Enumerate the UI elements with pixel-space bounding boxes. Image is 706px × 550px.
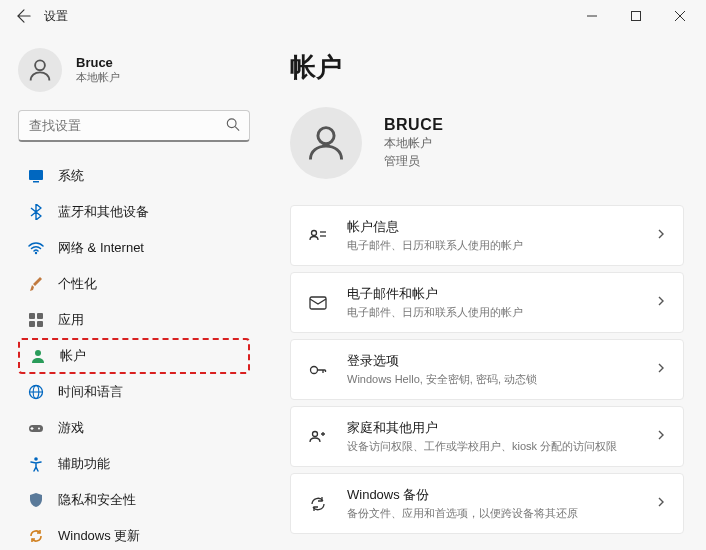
nav-label: 游戏 [58,419,84,437]
svg-point-17 [38,428,40,430]
nav-personalization[interactable]: 个性化 [18,266,250,302]
nav-time-language[interactable]: 时间和语言 [18,374,250,410]
svg-point-18 [34,457,38,461]
wifi-icon [28,240,44,256]
titlebar: 设置 [0,0,706,32]
nav-label: Windows 更新 [58,527,140,545]
profile-subtitle: 本地帐户 [76,70,120,85]
shield-icon [28,492,44,508]
person-icon [30,348,46,364]
search-box [18,110,250,142]
nav-label: 蓝牙和其他设备 [58,203,149,221]
svg-rect-5 [29,170,43,180]
chevron-right-icon [655,295,667,310]
svg-point-19 [318,128,334,144]
nav-label: 帐户 [60,347,86,365]
main-content: 帐户 BRUCE 本地帐户 管理员 帐户信息 电子邮件、日历和联系人使用的帐户 … [260,32,706,550]
avatar-icon [18,48,62,92]
avatar-large-icon [290,107,362,179]
nav-accounts[interactable]: 帐户 [18,338,250,374]
chevron-right-icon [655,496,667,511]
nav-apps[interactable]: 应用 [18,302,250,338]
chevron-right-icon [655,228,667,243]
mail-icon [307,292,329,314]
people-plus-icon [307,426,329,448]
card-family-users[interactable]: 家庭和其他用户 设备访问权限、工作或学校用户、kiosk 分配的访问权限 [290,406,684,467]
card-subtitle: 电子邮件、日历和联系人使用的帐户 [347,305,637,320]
nav-bluetooth[interactable]: 蓝牙和其他设备 [18,194,250,230]
bluetooth-icon [28,204,44,220]
window-title: 设置 [44,8,68,25]
svg-point-25 [313,431,318,436]
card-subtitle: Windows Hello, 安全密钥, 密码, 动态锁 [347,372,637,387]
chevron-right-icon [655,429,667,444]
card-title: 家庭和其他用户 [347,419,637,437]
card-title: 电子邮件和帐户 [347,285,637,303]
account-type: 本地帐户 [384,134,443,152]
search-icon [226,118,240,135]
nav-label: 隐私和安全性 [58,491,136,509]
search-input[interactable] [18,110,250,142]
back-button[interactable] [16,8,32,24]
nav-label: 网络 & Internet [58,239,144,257]
nav-accessibility[interactable]: 辅助功能 [18,446,250,482]
nav-system[interactable]: 系统 [18,158,250,194]
gamepad-icon [28,420,44,436]
nav-privacy[interactable]: 隐私和安全性 [18,482,250,518]
close-button[interactable] [658,0,702,32]
minimize-button[interactable] [570,0,614,32]
svg-rect-6 [33,181,39,183]
svg-rect-11 [37,321,43,327]
backup-icon [307,493,329,515]
svg-point-24 [311,366,318,373]
svg-point-3 [227,119,236,128]
account-name: BRUCE [384,116,443,134]
account-header: BRUCE 本地帐户 管理员 [290,107,684,179]
page-title: 帐户 [290,50,684,85]
nav-label: 辅助功能 [58,455,110,473]
accessibility-icon [28,456,44,472]
card-subtitle: 设备访问权限、工作或学校用户、kiosk 分配的访问权限 [347,439,637,454]
nav-label: 个性化 [58,275,97,293]
id-card-icon [307,225,329,247]
card-subtitle: 电子邮件、日历和联系人使用的帐户 [347,238,637,253]
svg-point-7 [35,252,37,254]
maximize-button[interactable] [614,0,658,32]
card-title: 登录选项 [347,352,637,370]
nav-label: 应用 [58,311,84,329]
svg-point-12 [35,350,41,356]
svg-rect-23 [310,297,326,309]
svg-rect-8 [29,313,35,319]
svg-point-2 [35,60,45,70]
display-icon [28,168,44,184]
svg-rect-9 [37,313,43,319]
card-title: Windows 备份 [347,486,637,504]
key-icon [307,359,329,381]
apps-icon [28,312,44,328]
globe-icon [28,384,44,400]
card-title: 帐户信息 [347,218,637,236]
card-email-accounts[interactable]: 电子邮件和帐户 电子邮件、日历和联系人使用的帐户 [290,272,684,333]
nav-label: 系统 [58,167,84,185]
profile-name: Bruce [76,55,120,70]
card-subtitle: 备份文件、应用和首选项，以便跨设备将其还原 [347,506,637,521]
card-signin-options[interactable]: 登录选项 Windows Hello, 安全密钥, 密码, 动态锁 [290,339,684,400]
profile-block[interactable]: Bruce 本地帐户 [18,40,250,110]
nav-network[interactable]: 网络 & Internet [18,230,250,266]
card-account-info[interactable]: 帐户信息 电子邮件、日历和联系人使用的帐户 [290,205,684,266]
nav-gaming[interactable]: 游戏 [18,410,250,446]
svg-line-4 [235,127,239,131]
svg-rect-1 [632,12,641,21]
sidebar: Bruce 本地帐户 系统 蓝牙和其他设备 网络 & Internet 个性化 [0,32,260,550]
svg-rect-10 [29,321,35,327]
brush-icon [28,276,44,292]
card-windows-backup[interactable]: Windows 备份 备份文件、应用和首选项，以便跨设备将其还原 [290,473,684,534]
account-role: 管理员 [384,152,443,170]
nav-windows-update[interactable]: Windows 更新 [18,518,250,550]
chevron-right-icon [655,362,667,377]
update-icon [28,528,44,544]
nav-label: 时间和语言 [58,383,123,401]
svg-point-20 [312,230,317,235]
